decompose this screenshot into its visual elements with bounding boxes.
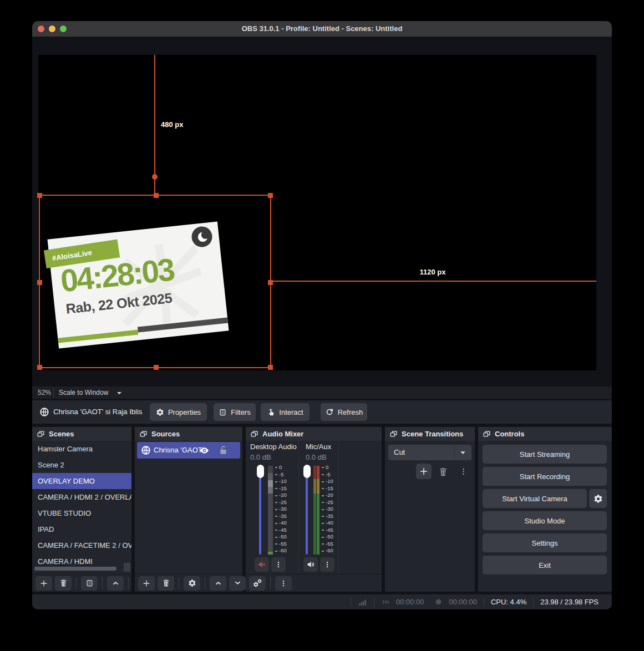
- resize-handle-bc[interactable]: [154, 365, 159, 370]
- dock-icon: [37, 430, 45, 438]
- dock-icon: [139, 430, 148, 438]
- zoom-percent[interactable]: 52%: [38, 389, 51, 396]
- resize-handle-tl[interactable]: [37, 193, 42, 198]
- source-properties-button[interactable]: [184, 576, 200, 591]
- add-transition-button[interactable]: [416, 464, 432, 479]
- divider: [205, 578, 205, 589]
- clock-overlay-card[interactable]: #AloisaLive 04:28:03 Rab, 22 Okt 2025: [47, 221, 229, 348]
- start-streaming-button[interactable]: Start Streaming: [483, 445, 607, 464]
- move-scene-up-button[interactable]: [107, 576, 124, 591]
- start-virtual-camera-button[interactable]: Start Virtual Camera: [483, 489, 587, 508]
- start-recording-button[interactable]: Start Recording: [483, 467, 607, 486]
- horizontal-guide-line: [271, 281, 596, 282]
- mute-button-desktop-audio-muted[interactable]: [255, 557, 269, 572]
- moon-icon: [195, 230, 209, 243]
- resize-handle-mr[interactable]: [268, 280, 273, 285]
- settings-button[interactable]: Settings: [483, 533, 607, 552]
- browser-source-icon: [39, 407, 49, 417]
- advanced-audio-properties-button[interactable]: [249, 576, 266, 591]
- meter-tick-label: -10: [275, 479, 287, 484]
- meter-tick-label: -15: [322, 486, 333, 491]
- refresh-button[interactable]: Refresh: [321, 403, 367, 421]
- mixer-more-button[interactable]: [275, 576, 292, 591]
- scene-item[interactable]: CAMERA / HDMI 2 / OVERLAY: [32, 489, 131, 505]
- refresh-icon: [325, 408, 334, 416]
- preview-area: 480 px 1120 px: [32, 37, 612, 386]
- virtual-camera-settings-button[interactable]: [589, 489, 607, 508]
- scene-item[interactable]: CAMERA / FACETIME 2 / OVERLAY: [32, 537, 131, 553]
- channel-options-kebab[interactable]: [271, 557, 286, 572]
- add-source-button[interactable]: [138, 576, 155, 591]
- scale-mode-dropdown[interactable]: Scale to Window: [59, 389, 108, 396]
- sources-dock-title: Sources: [151, 430, 180, 438]
- source-item-selected[interactable]: Chrisna 'GAOT': [137, 442, 240, 459]
- add-scene-button[interactable]: [36, 576, 52, 591]
- interact-button[interactable]: Interact: [261, 403, 310, 421]
- controls-dock-title: Controls: [495, 430, 524, 438]
- scene-item[interactable]: VTUBE STUDIO: [32, 505, 131, 521]
- divider: [76, 578, 77, 589]
- exit-button[interactable]: Exit: [483, 556, 607, 574]
- program-canvas[interactable]: 480 px 1120 px: [38, 55, 596, 370]
- audio-mixer-dock-title: Audio Mixer: [262, 430, 303, 438]
- lock-open-icon[interactable]: [218, 445, 229, 455]
- selected-source-name: Chrisna 'GAOT' si Raja Iblis: [53, 408, 142, 416]
- scenes-toolbar: [32, 574, 131, 592]
- filters-button[interactable]: Filters: [214, 403, 256, 421]
- caret-down-icon[interactable]: [115, 389, 123, 397]
- meter-tick-label: -55: [275, 541, 287, 547]
- volume-fader[interactable]: [306, 466, 308, 555]
- fps-indicator: 23.98 / 23.98 FPS: [540, 598, 599, 606]
- volume-fader[interactable]: [259, 466, 261, 555]
- scene-item[interactable]: CAMERA / HDMI: [32, 553, 131, 568]
- sources-dock: Sources Chrisna 'GAOT': [135, 427, 242, 592]
- browser-source-icon: [141, 445, 151, 455]
- resize-handle-bl[interactable]: [37, 365, 42, 370]
- audio-mixer-dock-header[interactable]: Audio Mixer: [246, 427, 382, 441]
- move-source-up-button[interactable]: [210, 576, 226, 591]
- remove-transition-button[interactable]: [438, 467, 448, 477]
- gear-icon: [594, 494, 603, 503]
- scenes-dock: Scenes Hamster Camera Scene 2 OVERLAY DE…: [32, 427, 131, 592]
- channel-options-kebab[interactable]: [320, 557, 334, 572]
- properties-button[interactable]: Properties: [150, 403, 207, 421]
- fader-handle[interactable]: [257, 465, 264, 478]
- scene-transitions-dock-header[interactable]: Scene Transitions: [385, 427, 475, 441]
- studio-mode-button[interactable]: Studio Mode: [483, 511, 607, 530]
- resize-handle-tc[interactable]: [154, 193, 159, 198]
- divider: [102, 578, 103, 589]
- meter-tick-label: -30: [275, 506, 287, 512]
- transition-options-kebab[interactable]: [459, 467, 468, 476]
- scenes-dock-header[interactable]: Scenes: [32, 427, 131, 441]
- scene-item[interactable]: Hamster Camera: [32, 441, 131, 457]
- vertical-scrollbar[interactable]: [124, 563, 130, 572]
- guide-dot-handle[interactable]: [152, 174, 158, 180]
- horizontal-scrollbar[interactable]: [34, 567, 116, 571]
- mute-button-mic-aux[interactable]: [303, 557, 318, 572]
- scene-item-selected[interactable]: OVERLAY DEMO: [32, 473, 131, 489]
- controls-dock-header[interactable]: Controls: [478, 427, 612, 441]
- stream-broadcast-icon: [381, 597, 391, 607]
- resize-handle-br[interactable]: [268, 365, 273, 370]
- meter-tick-label: -55: [322, 541, 333, 547]
- source-toolbar: Chrisna 'GAOT' si Raja Iblis Properties …: [32, 400, 612, 424]
- remove-source-button[interactable]: [158, 576, 174, 591]
- channel-name: Desktop Audio: [250, 443, 297, 451]
- scene-item[interactable]: Scene 2: [32, 457, 131, 473]
- fader-handle[interactable]: [303, 465, 311, 478]
- resize-handle-ml[interactable]: [37, 280, 42, 285]
- resize-handle-tr[interactable]: [268, 193, 273, 198]
- meter-tick-label: 0: [275, 465, 287, 470]
- divider: [270, 578, 271, 589]
- remove-scene-button[interactable]: [55, 576, 72, 591]
- window-title: OBS 31.0.1 - Profile: Untitled - Scenes:…: [32, 21, 612, 37]
- transition-dropdown[interactable]: Cut: [388, 445, 471, 460]
- scene-item[interactable]: IPAD: [32, 521, 131, 537]
- sources-dock-header[interactable]: Sources: [135, 427, 242, 441]
- volume-meter: [268, 466, 273, 555]
- meter-tick-label: 0: [322, 465, 333, 470]
- move-source-down-button[interactable]: [229, 576, 246, 591]
- scene-filters-button[interactable]: [81, 576, 98, 591]
- eye-visibility-icon[interactable]: [199, 445, 210, 456]
- audio-mixer-dock: Audio Mixer Desktop Audio 0.0 dB 0-5-10-…: [246, 427, 382, 592]
